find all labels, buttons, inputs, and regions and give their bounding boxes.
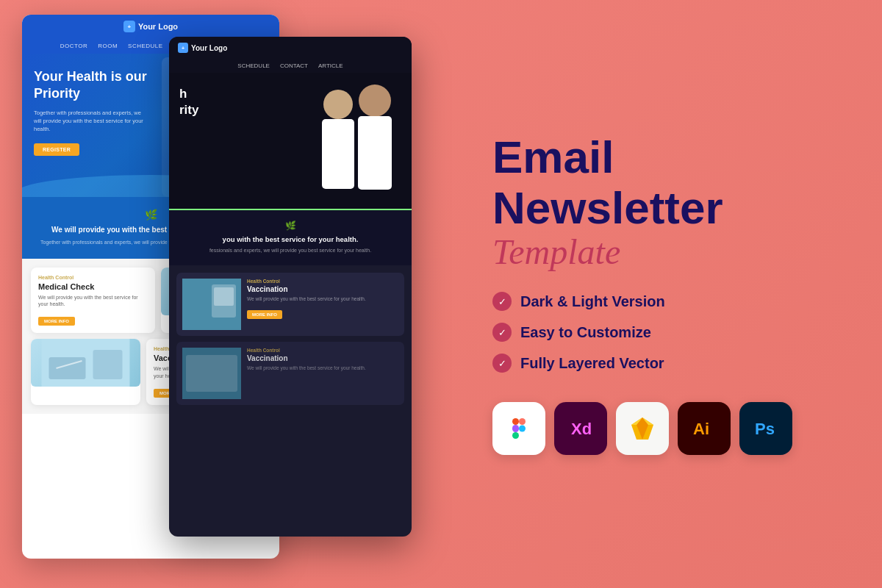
dark-nav-article: ARTICLE xyxy=(318,62,343,69)
svg-rect-27 xyxy=(512,425,519,432)
hero-desc: Together with professionals and experts,… xyxy=(34,109,144,134)
dark-logo-text: Your Logo xyxy=(191,44,227,52)
svg-point-16 xyxy=(323,90,353,119)
dark-card2-svg xyxy=(182,348,241,399)
feature-check-1: ✓ xyxy=(492,292,512,311)
svg-rect-26 xyxy=(519,418,526,425)
feature-text-2: Easy to Customize xyxy=(520,324,651,341)
dark-hero-title: hrity xyxy=(179,86,275,118)
sketch-icon xyxy=(616,402,669,455)
xd-icon: Xd xyxy=(554,402,607,455)
figma-logo-svg xyxy=(506,415,532,442)
feature-item-3: ✓ Fully Layered Vector xyxy=(492,354,845,373)
nav-item-room: ROOM xyxy=(98,43,118,49)
dark-nav-contact: CONTACT xyxy=(280,62,308,69)
ps-icon: Ps xyxy=(739,402,792,455)
page-wrapper: + Your Logo DOCTOR ROOM SCHEDULE CONTACT… xyxy=(0,0,882,588)
left-side: + Your Logo DOCTOR ROOM SCHEDULE CONTACT… xyxy=(0,0,456,588)
feature-item-2: ✓ Easy to Customize xyxy=(492,323,845,342)
dark-card2-image xyxy=(182,348,241,399)
dark-nav-links: SCHEDULE CONTACT ARTICLE xyxy=(169,59,412,73)
dark-hero-doctors xyxy=(298,76,412,205)
card1-desc: We will provide you with the best servic… xyxy=(38,294,148,309)
dark-navbar: + Your Logo xyxy=(169,37,412,59)
light-logo-icon: + xyxy=(123,21,135,32)
dark-card-image xyxy=(182,279,241,330)
ps-logo-svg: Ps xyxy=(750,413,781,444)
card1-title: Medical Check xyxy=(38,282,148,291)
dark-card2-category: Health Control xyxy=(247,348,398,353)
register-button[interactable]: REGISTER xyxy=(34,143,79,156)
ai-logo-svg: Ai xyxy=(689,413,720,444)
dark-section-desc: fessionals and experts, we will provide … xyxy=(179,247,401,255)
dark-section-title: you with the best service for your healt… xyxy=(179,234,401,244)
svg-rect-13 xyxy=(49,357,86,379)
dark-card2-title: Vaccination xyxy=(247,354,398,362)
vaccination-image xyxy=(31,339,140,387)
light-logo-text: Your Logo xyxy=(138,22,178,31)
xd-logo-svg: Xd xyxy=(565,413,596,444)
dark-card-content-2: Health Control Vaccination We will provi… xyxy=(247,348,398,399)
dark-card-2: Health Control Vaccination We will provi… xyxy=(176,342,404,405)
light-logo-area: + Your Logo xyxy=(123,21,178,32)
vaccination-svg xyxy=(31,339,140,387)
figma-icon xyxy=(492,402,545,455)
ai-icon: Ai xyxy=(678,402,731,455)
svg-rect-24 xyxy=(186,355,237,392)
main-title-block: Email Newsletter Template xyxy=(492,133,845,292)
template-dark: + Your Logo SCHEDULE CONTACT ARTICLE hri… xyxy=(169,37,412,537)
title-newsletter: Newsletter xyxy=(492,184,845,232)
svg-text:Ps: Ps xyxy=(755,420,775,438)
svg-point-29 xyxy=(519,426,526,432)
title-template: Template xyxy=(492,234,845,270)
app-icons: Xd Ai Ps xyxy=(492,402,845,455)
svg-rect-14 xyxy=(93,350,123,379)
feature-text-3: Fully Layered Vector xyxy=(520,355,664,372)
dark-card2-desc: We will provide you with the best servic… xyxy=(247,365,398,371)
dark-logo: + Your Logo xyxy=(178,43,227,53)
dark-logo-icon: + xyxy=(178,43,188,53)
dark-card1-desc: We will provide you with the best servic… xyxy=(247,295,398,302)
dark-card-content-1: Health Control Vaccination We will provi… xyxy=(247,279,398,330)
dark-card-1: Health Control Vaccination We will provi… xyxy=(176,273,404,336)
dark-cards: Health Control Vaccination We will provi… xyxy=(169,265,412,412)
light-navbar: + Your Logo xyxy=(22,15,279,38)
nav-item-doctor: DOCTOR xyxy=(60,43,88,49)
dark-blue-section: 🌿 you with the best service for your hea… xyxy=(169,209,412,265)
features-list: ✓ Dark & Light Version ✓ Easy to Customi… xyxy=(492,292,845,373)
dark-card-svg xyxy=(182,279,241,330)
svg-rect-17 xyxy=(322,119,354,189)
svg-text:Ai: Ai xyxy=(693,420,709,438)
card1-btn[interactable]: MORE INFO xyxy=(38,317,75,326)
svg-rect-22 xyxy=(214,287,234,306)
nav-item-schedule: SCHEDULE xyxy=(128,43,163,49)
hero-title: Your Health is our Priority xyxy=(34,68,151,103)
dark-card1-btn[interactable]: MORE INFO xyxy=(247,310,282,319)
title-email: Email xyxy=(492,133,845,181)
dark-nav-schedule: SCHEDULE xyxy=(237,62,270,69)
svg-rect-25 xyxy=(512,418,519,425)
feature-check-3: ✓ xyxy=(492,354,512,373)
vaccination-image-card xyxy=(31,339,140,405)
feature-check-2: ✓ xyxy=(492,323,512,342)
dark-card1-title: Vaccination xyxy=(247,285,398,293)
card1-category: Health Control xyxy=(38,275,148,280)
svg-text:Xd: Xd xyxy=(571,420,592,438)
right-side: Email Newsletter Template ✓ Dark & Light… xyxy=(456,0,882,588)
svg-rect-19 xyxy=(358,116,392,190)
dark-hero: hrity xyxy=(169,73,412,209)
dark-card1-category: Health Control xyxy=(247,279,398,284)
dark-leaf-icon: 🌿 xyxy=(179,220,401,231)
feature-item-1: ✓ Dark & Light Version xyxy=(492,292,845,311)
sketch-logo-svg xyxy=(628,414,657,443)
svg-point-18 xyxy=(359,85,391,117)
svg-rect-28 xyxy=(512,432,519,439)
dark-doctors-svg xyxy=(298,76,412,205)
medical-check-card: Health Control Medical Check We will pro… xyxy=(31,268,155,334)
feature-text-1: Dark & Light Version xyxy=(520,293,665,310)
